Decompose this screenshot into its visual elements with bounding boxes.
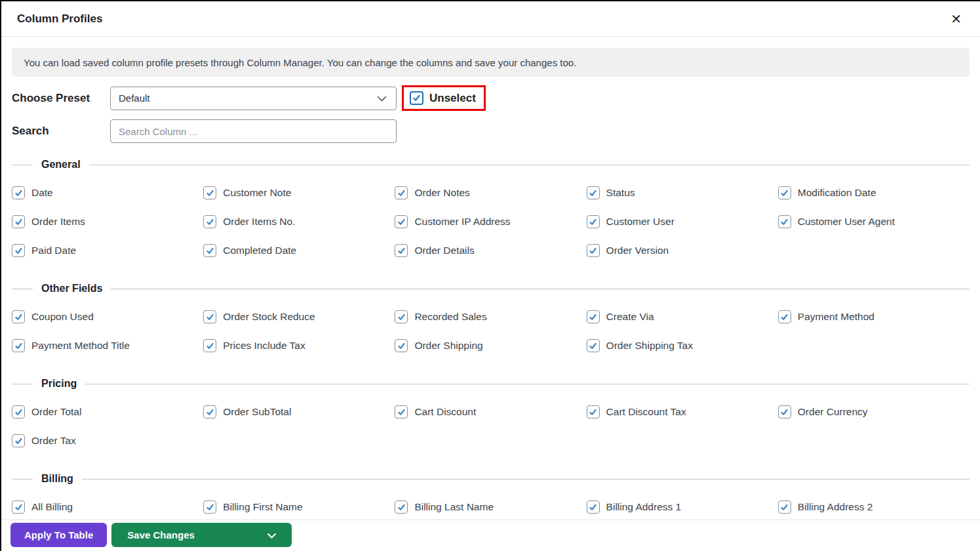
column-checkbox-item[interactable]: Customer IP Address [395,212,586,232]
column-checkbox-item[interactable]: Modification Date [778,183,970,203]
column-checkbox-item[interactable]: Cart Discount Tax [587,402,778,422]
column-checkbox[interactable] [587,339,600,352]
column-checkbox-item[interactable]: Customer User [587,212,778,232]
info-banner-text: You can load saved column profile preset… [24,57,576,68]
column-checkbox-item[interactable]: Billing Address 2 [778,497,970,517]
column-checkbox-item[interactable]: Order Total [12,402,203,422]
column-checkbox-item[interactable]: Order Stock Reduce [203,307,395,327]
column-checkbox[interactable] [203,244,216,257]
column-checkbox[interactable] [12,244,25,257]
column-checkbox-item[interactable]: Order Shipping [395,336,586,356]
search-input[interactable] [110,119,397,143]
column-checkbox[interactable] [395,500,408,514]
section-divider [89,165,970,165]
column-checkbox-item[interactable]: Order Items No. [203,212,395,232]
column-checkbox[interactable] [12,310,25,323]
column-checkbox-item[interactable]: Order Details [395,241,586,260]
column-checkbox[interactable] [778,215,791,228]
modal-footer: Apply To Table Save Changes [1,520,980,551]
column-checkbox[interactable] [778,405,791,418]
column-checkbox[interactable] [203,339,216,352]
column-checkbox-item[interactable]: Recorded Sales [395,307,586,327]
column-checkbox-label: Prices Include Tax [223,340,305,352]
column-checkbox-label: Customer User [606,216,675,228]
column-checkbox-label: Create Via [606,311,654,323]
column-checkbox[interactable] [395,405,408,418]
column-checkbox[interactable] [587,500,600,514]
section-divider [12,479,33,480]
column-checkbox[interactable] [778,186,791,199]
column-checkbox[interactable] [778,500,791,514]
column-checkbox-label: Order Shipping [414,340,482,352]
column-checkbox[interactable] [395,244,408,257]
save-changes-button[interactable]: Save Changes [111,523,292,547]
column-checkbox-item[interactable]: Completed Date [203,241,395,260]
column-checkbox-label: Cart Discount [414,406,476,418]
unselect-checkbox[interactable] [410,91,423,105]
column-checkbox-label: Status [606,187,635,199]
column-checkbox[interactable] [587,405,600,418]
column-checkbox[interactable] [203,215,216,228]
column-checkbox-item[interactable]: Create Via [587,307,778,327]
column-checkbox[interactable] [203,310,216,323]
column-checkbox[interactable] [12,434,25,447]
preset-select[interactable]: Default [110,87,397,110]
column-checkbox-item[interactable]: Payment Method [778,307,970,327]
column-checkbox[interactable] [12,339,25,352]
column-checkbox-label: Order Items [31,216,85,228]
modal-title: Column Profiles [17,12,102,26]
column-checkbox-label: Coupon Used [31,311,94,323]
column-checkbox[interactable] [587,310,600,323]
column-checkbox-item[interactable]: Status [587,183,778,203]
column-checkbox[interactable] [395,339,408,352]
column-checkbox-item[interactable]: Customer Note [203,183,395,203]
column-checkbox-label: Order Items No. [223,216,295,228]
column-checkbox-item[interactable]: Cart Discount [395,402,586,422]
close-icon[interactable]: ✕ [948,10,964,28]
column-checkbox[interactable] [12,500,25,514]
column-checkbox-label: Recorded Sales [414,311,486,323]
column-checkbox-label: Payment Method [798,311,874,323]
column-checkbox-item[interactable]: Order Tax [12,431,203,451]
column-checkbox-item[interactable]: Coupon Used [12,307,203,327]
unselect-checkbox-group[interactable]: Unselect [402,85,486,111]
column-checkbox-item[interactable]: Payment Method Title [12,336,203,356]
column-checkbox-item[interactable]: Order Notes [395,183,586,203]
column-checkbox[interactable] [395,215,408,228]
column-checkbox[interactable] [587,215,600,228]
column-checkbox-item[interactable]: Date [12,183,203,203]
column-checkbox-item[interactable]: Billing Address 1 [587,497,778,517]
column-checkbox[interactable] [12,215,25,228]
column-checkbox[interactable] [12,186,25,199]
preset-selected-value: Default [119,92,150,104]
column-checkbox-item[interactable]: Order SubTotal [203,402,395,422]
column-checkbox[interactable] [203,500,216,514]
column-checkbox-item[interactable]: Order Shipping Tax [587,336,778,356]
column-checkbox-item[interactable]: All Billing [12,497,203,517]
apply-to-table-label: Apply To Table [24,529,93,541]
column-checkbox-label: Paid Date [31,245,76,256]
column-checkbox-item[interactable]: Order Items [12,212,203,232]
column-checkbox[interactable] [395,186,408,199]
column-checkbox-item[interactable]: Order Currency [778,402,970,422]
chevron-down-icon [377,92,387,104]
column-checkbox-item[interactable]: Billing First Name [203,497,395,517]
column-checkbox-item[interactable]: Prices Include Tax [203,336,395,356]
section-divider [12,289,33,289]
column-checkbox[interactable] [587,244,600,257]
column-checkbox[interactable] [395,310,408,323]
column-checkbox[interactable] [203,405,216,418]
column-checkbox-item[interactable]: Customer User Agent [778,212,970,232]
section-divider [12,165,33,165]
apply-to-table-button[interactable]: Apply To Table [10,523,107,547]
column-checkbox[interactable] [203,186,216,199]
column-checkbox[interactable] [12,405,25,418]
column-checkbox-item[interactable]: Billing Last Name [395,497,586,517]
column-checkbox[interactable] [587,186,600,199]
column-checkbox-label: All Billing [31,501,73,513]
column-checkbox[interactable] [778,310,791,323]
column-checkbox-item[interactable]: Order Version [587,241,778,260]
section-title: Other Fields [33,283,111,295]
column-checkbox-label: Billing First Name [223,501,302,513]
column-checkbox-item[interactable]: Paid Date [12,241,203,260]
